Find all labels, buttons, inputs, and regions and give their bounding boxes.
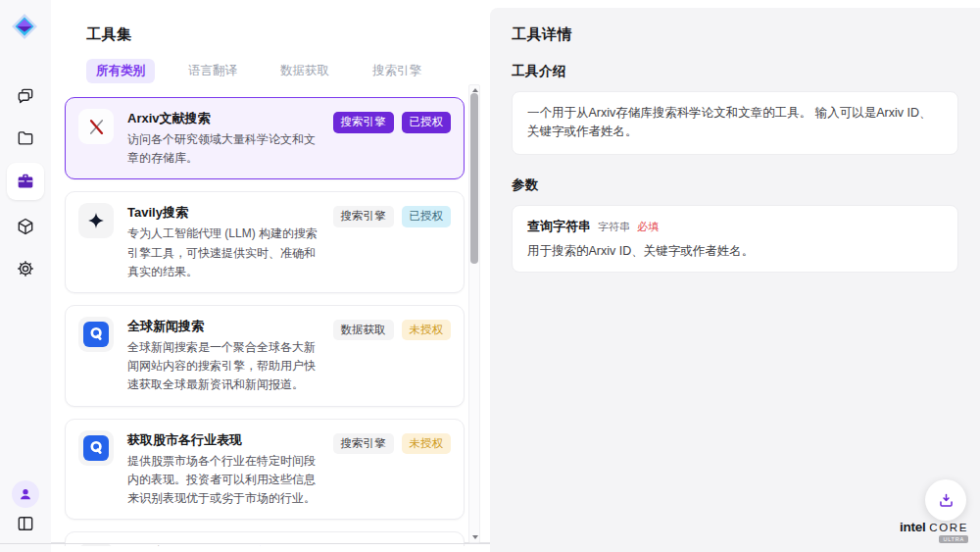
settings-gear-icon[interactable] <box>16 259 35 278</box>
tool-description: 全球新闻搜索是一个聚合全球各大新闻网站内容的搜索引擎，帮助用户快速获取全球最新资… <box>127 338 319 395</box>
category-badge: 搜索引擎 <box>333 206 394 227</box>
user-avatar[interactable] <box>12 480 39 508</box>
cube-icon[interactable] <box>16 217 35 236</box>
param-name: 查询字符串 <box>527 218 591 235</box>
window-bottom-edge <box>0 543 490 544</box>
status-badge: 未授权 <box>402 320 452 341</box>
toolbox-icon[interactable] <box>7 163 44 200</box>
status-badge: 已授权 <box>402 206 452 227</box>
list-scrollbar[interactable] <box>468 84 480 543</box>
status-badge: 已授权 <box>402 112 452 133</box>
app-logo-icon <box>11 13 38 40</box>
param-required-badge: 必填 <box>637 220 659 234</box>
tool-card[interactable]: 全球新闻搜索 全球新闻搜索是一个聚合全球各大新闻网站内容的搜索引擎，帮助用户快速… <box>65 305 465 407</box>
tab-1[interactable]: 语言翻译 <box>178 59 247 83</box>
intro-card: 一个用于从Arxiv存储库搜索科学论文和文章的工具。 输入可以是Arxiv ID… <box>512 91 958 155</box>
status-badge: 未授权 <box>402 433 452 455</box>
tab-2[interactable]: 数据获取 <box>270 59 339 83</box>
tool-title: Tavily搜索 <box>127 204 319 222</box>
sidebar-rail <box>0 0 51 552</box>
tool-card-list: Arxiv文献搜索 访问各个研究领域大量科学论文和文章的存储库。 搜索引擎 已授… <box>51 95 490 546</box>
tool-card[interactable]: Arxiv文献搜索 访问各个研究领域大量科学论文和文章的存储库。 搜索引擎 已授… <box>65 97 465 179</box>
person-icon <box>18 486 33 502</box>
tool-description: 提供股票市场各个行业在特定时间段内的表现。投资者可以利用这些信息来识别表现优于或… <box>127 452 319 509</box>
scrollbar-thumb[interactable] <box>470 93 478 264</box>
detail-title: 工具详情 <box>512 25 958 44</box>
intro-heading: 工具介绍 <box>512 63 958 80</box>
page-title: 工具集 <box>86 25 490 44</box>
q-search-icon <box>78 317 114 352</box>
intel-core-logo: intel CORE ULTRA <box>900 520 968 543</box>
category-badge: 搜索引擎 <box>333 112 394 133</box>
scroll-up-arrow-icon[interactable] <box>472 88 478 92</box>
folder-icon[interactable] <box>16 128 35 148</box>
download-button[interactable] <box>925 479 966 521</box>
intel-wordmark: intel <box>900 520 925 534</box>
tool-card[interactable]: Tavily搜索 专为人工智能代理 (LLM) 构建的搜索引擎工具，可快速提供实… <box>65 191 465 293</box>
tool-title: Arxiv文献搜索 <box>127 110 319 127</box>
tab-0[interactable]: 所有类别 <box>86 59 155 83</box>
scroll-down-arrow-icon[interactable] <box>472 535 478 539</box>
chat-icon[interactable] <box>16 86 35 106</box>
tool-title: 获取股市各行业表现 <box>127 431 319 449</box>
arxiv-logo-icon <box>78 109 114 144</box>
tool-card[interactable]: 获取股市各行业表现 提供股票市场各个行业在特定时间段内的表现。投资者可以利用这些… <box>65 419 465 521</box>
core-wordmark: CORE <box>929 522 968 533</box>
param-type: 字符串 <box>598 220 630 234</box>
tool-title: 全球新闻搜索 <box>127 318 319 335</box>
param-description: 用于搜索的Arxiv ID、关键字或作者姓名。 <box>527 243 943 260</box>
tool-detail-panel: 工具详情 工具介绍 一个用于从Arxiv存储库搜索科学论文和文章的工具。 输入可… <box>490 8 980 552</box>
tavily-star-icon <box>78 203 114 238</box>
param-card: 查询字符串 字符串 必填 用于搜索的Arxiv ID、关键字或作者姓名。 <box>512 205 958 273</box>
tool-list-panel: 工具集 所有类别语言翻译数据获取搜索引擎 Arxiv文献搜索 访问各个研究领域大… <box>51 8 490 543</box>
intro-text: 一个用于从Arxiv存储库搜索科学论文和文章的工具。 输入可以是Arxiv ID… <box>527 104 943 142</box>
tool-description: 专为人工智能代理 (LLM) 构建的搜索引擎工具，可快速提供实时、准确和真实的结… <box>127 225 319 281</box>
category-tabs: 所有类别语言翻译数据获取搜索引擎 <box>86 59 490 83</box>
tool-description: 访问各个研究领域大量科学论文和文章的存储库。 <box>127 130 319 168</box>
tool-title: 获取市场最活跃股票信息 <box>127 544 319 546</box>
params-heading: 参数 <box>512 176 958 194</box>
download-icon <box>937 491 956 510</box>
category-badge: 搜索引擎 <box>333 433 394 455</box>
tab-3[interactable]: 搜索引擎 <box>363 59 431 83</box>
panel-toggle-icon[interactable] <box>16 514 35 533</box>
category-badge: 数据获取 <box>333 320 394 341</box>
q-search-icon <box>78 430 114 466</box>
ultra-badge: ULTRA <box>939 535 968 543</box>
